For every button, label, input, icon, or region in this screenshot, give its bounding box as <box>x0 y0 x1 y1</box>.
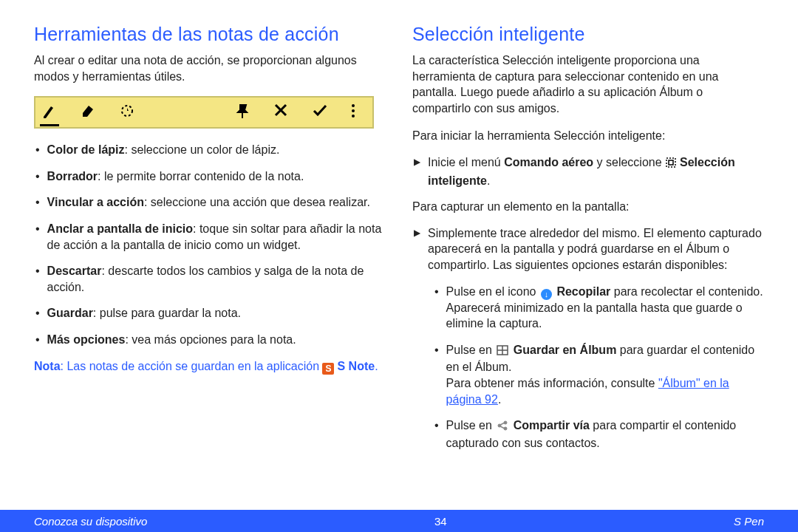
svg-point-1 <box>352 104 355 107</box>
list-item: Pulse en el icono ↓ Recopilar para recol… <box>434 284 764 332</box>
snote-badge-icon: S <box>322 363 334 375</box>
capture-step: Simplemente trace alrededor del mismo. E… <box>412 225 764 273</box>
pen-icon <box>41 103 58 122</box>
link-action-icon <box>118 103 134 122</box>
right-heading: Selección inteligente <box>412 24 764 45</box>
list-item: Color de lápiz: seleccione un color de l… <box>35 142 386 158</box>
smart-select-icon <box>665 157 677 173</box>
pen-active-underline <box>40 124 59 126</box>
list-item: Descartar: descarte todos los cambios y … <box>35 263 386 295</box>
more-icon <box>350 103 366 122</box>
left-column: Herramientas de las notas de acción Al c… <box>34 24 386 497</box>
svg-point-2 <box>352 109 355 112</box>
tool-list: Color de lápiz: seleccione un color de l… <box>34 142 386 347</box>
action-note-toolbar <box>34 96 374 129</box>
options-list: Pulse en el icono ↓ Recopilar para recol… <box>412 284 764 451</box>
collect-icon: ↓ <box>541 289 552 300</box>
note-line: Nota: Las notas de acción se guardan en … <box>34 358 386 375</box>
eraser-icon <box>80 103 96 122</box>
capture-line: Para capturar un elemento en la pantalla… <box>412 199 764 215</box>
list-item: Guardar: pulse para guardar la nota. <box>35 305 386 321</box>
left-heading: Herramientas de las notas de acción <box>34 24 386 45</box>
cross-icon <box>273 103 290 122</box>
list-item: Vincular a acción: seleccione una acción… <box>35 194 386 211</box>
start-step: Inicie el menú Comando aéreo y seleccion… <box>412 154 764 188</box>
right-intro: La característica Selección inteligente … <box>412 52 764 116</box>
toolbar-group-left <box>41 103 134 122</box>
footer-page-number: 34 <box>434 515 447 528</box>
footer-bar: Conozca su dispositivo 34 S Pen <box>0 510 798 532</box>
check-icon <box>312 103 328 122</box>
list-item: Más opciones: vea más opciones para la n… <box>35 332 386 348</box>
toolbar-group-right <box>235 103 366 122</box>
right-column: Selección inteligente La característica … <box>412 24 764 497</box>
share-icon <box>497 419 508 435</box>
pin-icon <box>235 103 251 122</box>
footer-right: S Pen <box>734 515 764 528</box>
footer-left: Conozca su dispositivo <box>34 515 147 528</box>
svg-point-3 <box>352 115 355 117</box>
list-item: Borrador: le permite borrar contenido de… <box>35 168 386 185</box>
page: Herramientas de las notas de acción Al c… <box>0 0 798 532</box>
album-icon <box>497 344 508 360</box>
start-line: Para iniciar la herramienta Selección in… <box>412 128 764 144</box>
left-intro: Al crear o editar una nota de acción, se… <box>34 52 386 84</box>
svg-rect-4 <box>666 158 675 167</box>
content-columns: Herramientas de las notas de acción Al c… <box>34 24 764 497</box>
list-item: Pulse en Guardar en Álbum para guardar e… <box>434 342 764 407</box>
list-item: Anclar a pantalla de inicio: toque sin s… <box>35 221 386 253</box>
list-item: Pulse en Compartir vía para compartir el… <box>434 417 764 451</box>
